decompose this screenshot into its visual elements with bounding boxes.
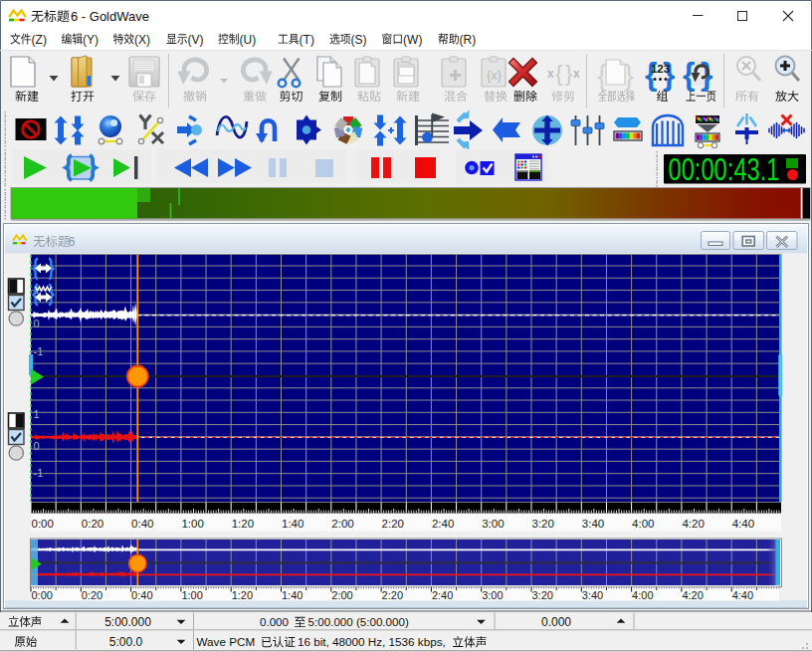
- svg-text:2:00: 2:00: [331, 589, 352, 601]
- svg-text:2:00: 2:00: [331, 518, 353, 530]
- svg-text:0:20: 0:20: [82, 589, 102, 601]
- svg-text:1:40: 1:40: [282, 589, 303, 601]
- svg-text:3:40: 3:40: [582, 589, 603, 601]
- svg-text:4:40: 4:40: [732, 518, 754, 530]
- svg-text:0:00: 0:00: [32, 589, 53, 601]
- svg-text:(Y): (Y): [83, 33, 99, 47]
- svg-text:1:20: 1:20: [232, 589, 253, 601]
- svg-text:(T): (T): [300, 33, 314, 47]
- svg-text:(X): (X): [134, 33, 150, 47]
- svg-text:0: 0: [34, 440, 40, 452]
- svg-text:2:40: 2:40: [432, 518, 454, 530]
- svg-text:1:00: 1:00: [181, 518, 203, 530]
- svg-text:}: }: [624, 59, 634, 92]
- svg-text:0:40: 0:40: [131, 518, 153, 530]
- svg-text:6 - GoldWave: 6 - GoldWave: [71, 9, 149, 24]
- svg-text:2:40: 2:40: [432, 589, 453, 601]
- svg-text:16 bit, 48000 Hz, 1536 kbps,: 16 bit, 48000 Hz, 1536 kbps,: [298, 635, 446, 648]
- svg-text:4:00: 4:00: [632, 518, 654, 530]
- svg-text:1: 1: [34, 408, 40, 420]
- svg-text:5:00.000 (5:00.000): 5:00.000 (5:00.000): [308, 615, 409, 628]
- svg-text:0:00: 0:00: [32, 518, 54, 530]
- svg-text:0: 0: [34, 318, 40, 329]
- svg-text:-1: -1: [34, 345, 44, 357]
- svg-text:-1: -1: [34, 467, 44, 479]
- svg-text:3:20: 3:20: [532, 589, 553, 601]
- svg-text:3:00: 3:00: [482, 518, 504, 530]
- svg-text:x: x: [547, 67, 554, 81]
- svg-text:0:20: 0:20: [82, 518, 103, 530]
- svg-text:1:40: 1:40: [282, 518, 304, 530]
- svg-text:0.000: 0.000: [541, 615, 571, 629]
- svg-text:{x}: {x}: [487, 68, 503, 83]
- svg-text:0.000: 0.000: [260, 615, 289, 628]
- svg-text:3:00: 3:00: [482, 589, 503, 601]
- svg-text:1:00: 1:00: [181, 589, 202, 601]
- svg-text:(R): (R): [460, 33, 477, 47]
- svg-text:4:00: 4:00: [632, 589, 653, 601]
- svg-text:5:00.0: 5:00.0: [109, 635, 143, 649]
- svg-text:2:20: 2:20: [382, 518, 404, 530]
- svg-text:5:00.000: 5:00.000: [104, 615, 151, 629]
- svg-text:4:40: 4:40: [732, 589, 753, 601]
- svg-text:(U): (U): [240, 33, 257, 47]
- svg-text:1:20: 1:20: [232, 518, 254, 530]
- svg-text:0:40: 0:40: [131, 589, 152, 601]
- svg-text:}: }: [565, 61, 572, 86]
- svg-text:3:20: 3:20: [532, 518, 554, 530]
- svg-text:2:20: 2:20: [382, 589, 403, 601]
- svg-text:(W): (W): [403, 33, 422, 47]
- svg-text:x: x: [573, 67, 580, 81]
- svg-text:(Z): (Z): [32, 33, 47, 47]
- svg-text:Wave PCM: Wave PCM: [197, 635, 256, 648]
- svg-text:4:20: 4:20: [682, 518, 704, 530]
- svg-text:6: 6: [69, 235, 76, 249]
- svg-text:00:00:43.1: 00:00:43.1: [669, 152, 780, 186]
- svg-text:(V): (V): [188, 33, 204, 47]
- svg-text:123: 123: [651, 63, 670, 75]
- svg-text:(S): (S): [351, 33, 367, 47]
- svg-text:{: {: [555, 61, 562, 86]
- svg-text:3:40: 3:40: [582, 518, 604, 530]
- svg-text:4:20: 4:20: [682, 589, 703, 601]
